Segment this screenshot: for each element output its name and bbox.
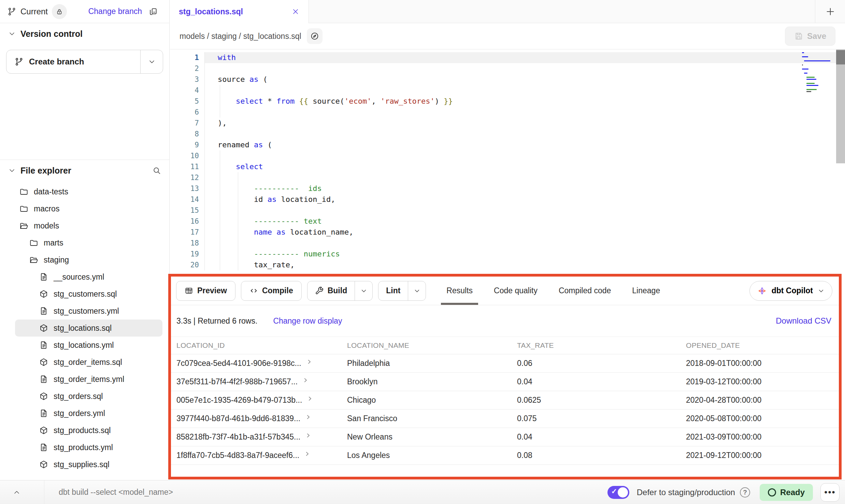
new-tab-button[interactable]: [815, 0, 845, 23]
file-item-label: __sources.yml: [54, 272, 104, 282]
file-item-stg-locations-sql[interactable]: stg_locations.sql: [15, 320, 162, 337]
expand-cell-icon[interactable]: [302, 377, 309, 383]
expand-cell-icon[interactable]: [305, 432, 311, 439]
file-item-stg-locations-yml[interactable]: stg_locations.yml: [15, 337, 162, 354]
column-header-location_id: LOCATION_ID: [176, 341, 347, 350]
code-line: 14 id as location_id,: [170, 194, 845, 205]
create-branch-label: Create branch: [29, 57, 84, 66]
cell-location-id: 1f8ffa70-7cb5-4d83-8a7f-9aceef6...: [176, 451, 347, 460]
file-item-models[interactable]: models: [15, 217, 162, 234]
more-options-button[interactable]: •••: [820, 483, 840, 502]
search-icon[interactable]: [152, 166, 161, 175]
open-docs-chip[interactable]: [307, 28, 323, 44]
save-button[interactable]: Save: [785, 27, 835, 46]
file-item-stg-orders-sql[interactable]: stg_orders.sql: [15, 388, 162, 405]
build-label: Build: [328, 286, 347, 295]
file-item-stg-customers-yml[interactable]: stg_customers.yml: [15, 302, 162, 320]
defer-toggle[interactable]: ✓: [607, 486, 629, 499]
build-button[interactable]: Build: [307, 281, 355, 300]
chevron-down-icon: [414, 287, 420, 294]
chevron-down-icon: [360, 287, 367, 294]
file-item-stg-order-items-yml[interactable]: stg_order_items.yml: [15, 371, 162, 388]
file-item-marts[interactable]: marts: [15, 234, 162, 251]
code-line: 10: [170, 150, 845, 161]
line-number: 5: [170, 96, 205, 107]
expand-command-bar-button[interactable]: [0, 480, 44, 504]
code-line: 12: [170, 172, 845, 183]
code-editor[interactable]: 1with23source as (45 select * from {{ so…: [170, 49, 845, 274]
expand-cell-icon[interactable]: [304, 451, 310, 457]
table-row: 858218fb-73f7-4b1b-a31f-57b345...New Orl…: [171, 428, 839, 446]
cell-location-name: Los Angeles: [347, 451, 517, 460]
editor-scrollbar[interactable]: [836, 49, 845, 163]
preview-button[interactable]: Preview: [176, 281, 235, 301]
file-item-stg-products-sql[interactable]: stg_products.sql: [15, 422, 162, 439]
file-item-data-tests[interactable]: data-tests: [15, 183, 162, 200]
file-explorer-section-header[interactable]: File explorer: [0, 160, 169, 181]
file-item-stg-order-items-sql[interactable]: stg_order_items.sql: [15, 354, 162, 371]
expand-cell-icon[interactable]: [306, 359, 312, 365]
table-row: 005e7e1c-1935-4269-b479-0713b...Chicago0…: [171, 391, 839, 410]
expand-cell-icon[interactable]: [307, 396, 313, 402]
cell-opened-date: 2018-09-01T00:00:00: [686, 359, 833, 368]
code-line: 5 select * from {{ source('ecom', 'raw_s…: [170, 96, 845, 107]
panel-tab-code-quality[interactable]: Code quality: [488, 277, 543, 305]
tab-stg-locations-sql[interactable]: stg_locations.sql: [170, 0, 309, 23]
ide-status-badge[interactable]: Ready: [760, 484, 813, 501]
file-item-stg-customers-sql[interactable]: stg_customers.sql: [15, 285, 162, 302]
folder-icon: [29, 238, 38, 247]
panel-tab-results[interactable]: Results: [441, 277, 478, 305]
lint-button[interactable]: Lint: [378, 281, 408, 300]
file-item-stg-orders-yml[interactable]: stg_orders.yml: [15, 405, 162, 422]
panel-tab-lineage[interactable]: Lineage: [627, 277, 665, 305]
file-item-label: stg_order_items.yml: [54, 375, 124, 384]
change-branch-link[interactable]: Change branch: [88, 7, 142, 16]
compile-label: Compile: [262, 286, 293, 295]
file-icon: [39, 341, 48, 350]
create-branch-split-button: Create branch: [6, 50, 163, 74]
lint-dropdown[interactable]: [408, 281, 426, 300]
code-line: 3source as (: [170, 74, 845, 85]
git-branch-icon: [8, 7, 16, 16]
code-line: 20 tax_rate,: [170, 260, 845, 270]
build-dropdown[interactable]: [355, 281, 372, 300]
expand-cell-icon[interactable]: [305, 414, 311, 420]
command-input[interactable]: [44, 480, 607, 504]
cell-tax-rate: 0.04: [517, 432, 686, 442]
file-item-label: staging: [44, 255, 69, 265]
file-item-macros[interactable]: macros: [15, 200, 162, 217]
file-item--sources-yml[interactable]: __sources.yml: [15, 268, 162, 285]
line-number: 18: [170, 238, 205, 249]
close-icon[interactable]: [291, 8, 300, 16]
cell-location-id: 005e7e1c-1935-4269-b479-0713b...: [176, 396, 347, 405]
compile-button[interactable]: Compile: [241, 281, 302, 301]
preview-label: Preview: [197, 286, 227, 295]
download-csv-link[interactable]: Download CSV: [776, 316, 831, 326]
file-item-label: stg_supplies.sql: [54, 460, 110, 469]
wrench-icon: [315, 286, 324, 295]
cell-tax-rate: 0.04: [517, 377, 686, 386]
cell-opened-date: 2020-05-08T00:00:00: [686, 414, 833, 423]
copy-icon[interactable]: [149, 7, 158, 16]
file-item-staging[interactable]: staging: [15, 251, 162, 268]
change-row-display-link[interactable]: Change row display: [273, 316, 342, 326]
branch-locked-chip: [52, 4, 67, 19]
cell-location-name: Chicago: [347, 396, 517, 405]
line-number: 8: [170, 129, 205, 139]
chevron-down-icon: [8, 30, 16, 38]
scrollbar-thumb[interactable]: [836, 50, 845, 64]
panel-tabs: ResultsCode qualityCompiled codeLineage: [441, 277, 676, 305]
lint-label: Lint: [386, 286, 400, 295]
file-item-stg-supplies-sql[interactable]: stg_supplies.sql: [15, 456, 162, 473]
version-control-section-header[interactable]: Version control: [0, 23, 169, 44]
line-number: 2: [170, 63, 205, 74]
file-item-stg-products-yml[interactable]: stg_products.yml: [15, 439, 162, 456]
create-branch-button[interactable]: Create branch: [6, 50, 140, 73]
help-icon[interactable]: ?: [740, 487, 750, 498]
panel-tab-compiled-code[interactable]: Compiled code: [553, 277, 616, 305]
lint-split-button: Lint: [378, 281, 426, 301]
dbt-copilot-button[interactable]: dbt Copilot: [749, 281, 832, 301]
table-icon: [185, 286, 193, 295]
status-bar: ✓ Defer to staging/production ? Ready ••…: [0, 480, 845, 504]
create-branch-dropdown[interactable]: [140, 50, 163, 73]
